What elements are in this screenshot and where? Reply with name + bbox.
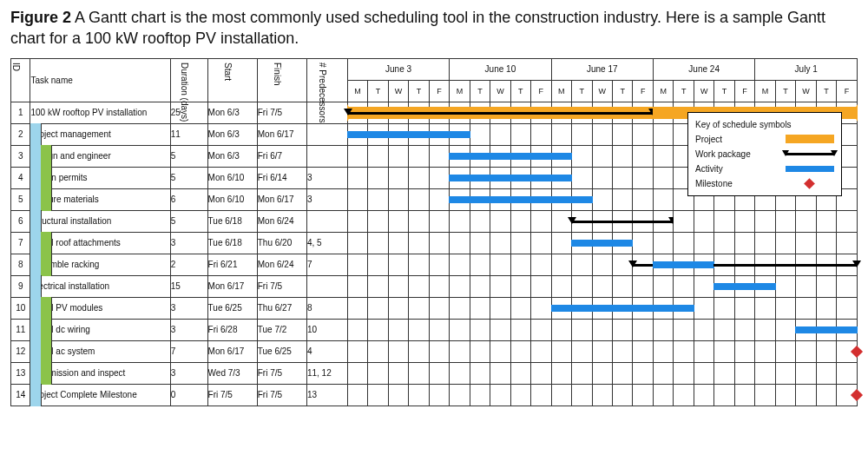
calendar-cell bbox=[490, 210, 510, 232]
calendar-cell bbox=[388, 232, 408, 254]
calendar-cell bbox=[510, 145, 530, 167]
calendar-cell bbox=[653, 210, 673, 232]
calendar-cell bbox=[694, 232, 713, 254]
calendar-cell bbox=[409, 232, 429, 254]
calendar-cell bbox=[409, 297, 429, 319]
task-finish: Tue 6/25 bbox=[257, 340, 306, 362]
calendar-cell bbox=[674, 210, 694, 232]
day-header: F bbox=[734, 80, 755, 102]
calendar-cell bbox=[694, 297, 713, 319]
day-header: F bbox=[837, 80, 858, 102]
day-header: F bbox=[633, 80, 654, 102]
task-name: Electrical installation bbox=[30, 275, 170, 297]
calendar-cell bbox=[572, 232, 592, 254]
calendar-cell bbox=[633, 210, 654, 232]
calendar-cell bbox=[551, 232, 571, 254]
calendar-cell bbox=[592, 384, 612, 406]
task-start: Mon 6/3 bbox=[207, 102, 257, 123]
calendar-cell bbox=[674, 362, 694, 384]
task-start: Wed 7/3 bbox=[207, 362, 257, 384]
week-header: June 24 bbox=[653, 58, 754, 80]
calendar-cell bbox=[572, 340, 592, 362]
calendar-cell bbox=[409, 188, 429, 210]
calendar-cell bbox=[633, 275, 654, 297]
task-duration: 7 bbox=[170, 340, 207, 362]
calendar-cell bbox=[694, 340, 713, 362]
calendar-cell bbox=[551, 362, 571, 384]
task-predecessors bbox=[306, 275, 347, 297]
calendar-cell bbox=[470, 275, 490, 297]
task-finish: Fri 7/5 bbox=[257, 362, 306, 384]
task-start: Mon 6/17 bbox=[207, 275, 257, 297]
day-header: M bbox=[450, 80, 470, 102]
task-id: 7 bbox=[11, 232, 30, 254]
calendar-cell bbox=[816, 297, 836, 319]
task-name: Project Complete Milestone bbox=[30, 384, 170, 406]
task-finish: Fri 6/14 bbox=[257, 167, 306, 188]
calendar-cell bbox=[409, 210, 429, 232]
day-header: T bbox=[510, 80, 530, 102]
task-name: Install ac system bbox=[30, 340, 170, 362]
task-name: Obtain permits bbox=[30, 167, 170, 188]
calendar-cell bbox=[755, 275, 775, 297]
header-row-1: ID Task name Duration (days) Start Finis… bbox=[11, 58, 858, 80]
calendar-cell bbox=[694, 384, 713, 406]
calendar-cell bbox=[409, 123, 429, 145]
calendar-cell bbox=[653, 275, 673, 297]
task-id: 2 bbox=[11, 123, 30, 145]
calendar-cell bbox=[653, 232, 673, 254]
calendar-cell bbox=[633, 384, 654, 406]
calendar-cell bbox=[837, 362, 858, 384]
calendar-cell bbox=[592, 102, 612, 123]
task-start: Tue 6/18 bbox=[207, 210, 257, 232]
task-start: Tue 6/25 bbox=[207, 297, 257, 319]
calendar-cell bbox=[429, 188, 449, 210]
calendar-cell bbox=[694, 275, 713, 297]
day-header: W bbox=[796, 80, 816, 102]
calendar-cell bbox=[653, 254, 673, 275]
task-predecessors bbox=[306, 123, 347, 145]
task-start: Mon 6/10 bbox=[207, 167, 257, 188]
calendar-cell bbox=[633, 340, 654, 362]
calendar-cell bbox=[755, 297, 775, 319]
calendar-cell bbox=[551, 340, 571, 362]
calendar-cell bbox=[592, 254, 612, 275]
calendar-cell bbox=[613, 275, 633, 297]
day-header: M bbox=[653, 80, 673, 102]
calendar-cell bbox=[714, 232, 734, 254]
calendar-cell bbox=[388, 167, 408, 188]
calendar-cell bbox=[755, 254, 775, 275]
task-name: Project management bbox=[30, 123, 170, 145]
task-duration: 15 bbox=[170, 275, 207, 297]
calendar-cell bbox=[653, 102, 673, 123]
calendar-cell bbox=[592, 362, 612, 384]
calendar-cell bbox=[347, 102, 367, 123]
calendar-cell bbox=[734, 384, 755, 406]
calendar-cell bbox=[755, 210, 775, 232]
calendar-cell bbox=[755, 232, 775, 254]
calendar-cell bbox=[816, 362, 836, 384]
calendar-cell bbox=[368, 362, 388, 384]
col-finish: Finish bbox=[257, 58, 306, 102]
task-predecessors: 13 bbox=[306, 384, 347, 406]
calendar-cell bbox=[510, 188, 530, 210]
legend-milestone-swatch bbox=[804, 178, 815, 189]
calendar-cell bbox=[613, 145, 633, 167]
calendar-cell bbox=[409, 340, 429, 362]
calendar-cell bbox=[816, 254, 836, 275]
calendar-cell bbox=[653, 145, 673, 167]
calendar-cell bbox=[510, 275, 530, 297]
calendar-cell bbox=[796, 210, 816, 232]
calendar-cell bbox=[775, 319, 795, 340]
calendar-cell bbox=[816, 232, 836, 254]
task-predecessors bbox=[306, 145, 347, 167]
calendar-cell bbox=[450, 254, 470, 275]
calendar-cell bbox=[572, 145, 592, 167]
task-id: 8 bbox=[11, 254, 30, 275]
calendar-cell bbox=[613, 319, 633, 340]
calendar-cell bbox=[429, 210, 449, 232]
calendar-cell bbox=[409, 275, 429, 297]
col-task: Task name bbox=[30, 58, 170, 102]
calendar-cell bbox=[510, 297, 530, 319]
day-header: T bbox=[714, 80, 734, 102]
